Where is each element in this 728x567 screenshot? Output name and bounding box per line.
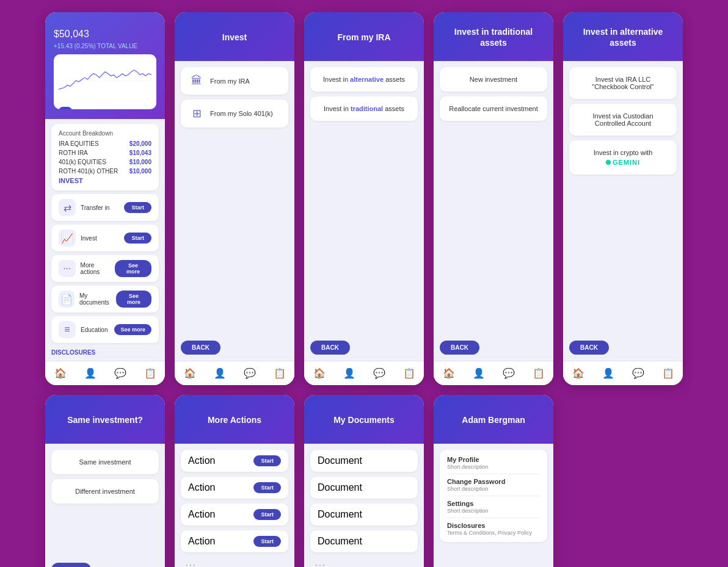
filter-1y[interactable]: 1Y [123,107,136,109]
change-password-item[interactable]: Change Password Short description [447,478,540,492]
my-documents-title: My Documents [333,414,395,425]
action-row-4: Action Start [181,530,288,552]
action-start-4[interactable]: Start [253,536,281,547]
document-row-4[interactable]: Document [310,530,418,552]
new-investment-item[interactable]: New investment [440,67,547,92]
different-investment-item[interactable]: Different investment [51,479,159,504]
from-solo-401k-item[interactable]: ⊞ From my Solo 401(k) [181,99,288,128]
my-documents-dots: ··· [310,557,418,567]
from-ira-footer: 🏠 👤 💬 📋 [304,361,424,385]
grid-icon: ⊞ [189,107,204,120]
footer-docs-icon[interactable]: 📋 [270,366,289,380]
settings-item[interactable]: Settings Short description [447,500,540,514]
more-actions-icon: ··· [59,260,76,277]
footer-profile-icon[interactable]: 👤 [469,366,489,380]
action-row-2: Action Start [181,477,288,499]
document-label-1: Document [318,455,362,466]
from-ira-body: Invest in alternative assets Invest in t… [304,61,424,361]
bank-icon: 🏛 [189,74,204,87]
crypto-gemini-item[interactable]: Invest in crypto with GEMINI [569,140,677,175]
dashboard-body: Account Breakdown IRA EQUITIES$20,000 RO… [45,119,165,361]
same-investment-item[interactable]: Same investment [51,450,159,474]
footer-chat-icon[interactable]: 💬 [499,366,519,380]
footer-docs-icon[interactable]: 📋 [658,366,678,380]
reallocate-item[interactable]: Reallocate current investment [440,96,547,121]
chart-container: 1D 1W 1M 3M 1Y ALL Last Contribution $54… [54,54,156,109]
invest-traditional-header: Invest in traditional assets [434,12,553,61]
footer-home-icon[interactable]: 🏠 [180,366,200,380]
from-ira-header: From my IRA [304,12,424,61]
invest-back-button[interactable]: BACK [181,341,220,355]
total-value-change: +15.43 (0.25%) TOTAL VALUE [54,43,156,49]
more-actions-card: More Actions Action Start Action Start A… [175,395,294,567]
dashboard-header: $50,043 +15.43 (0.25%) TOTAL VALUE 1D 1W… [45,12,165,119]
footer-home-icon[interactable]: 🏠 [310,366,329,380]
more-actions-row: ··· More actions See more [51,255,159,282]
action-label-2: Action [188,482,215,493]
same-investment-header: Same investment? [45,395,165,444]
action-start-2[interactable]: Start [253,482,281,493]
filter-1m[interactable]: 1M [91,107,105,109]
disclosures-link[interactable]: DISCLOSURES [51,349,159,356]
invest-alternative-item[interactable]: Invest in alternative assets [310,67,418,92]
app-grid: $50,043 +15.43 (0.25%) TOTAL VALUE 1D 1W… [45,12,683,567]
adam-bergman-title: Adam Bergman [462,414,525,425]
my-documents-body: Document Document Document Document ··· [304,444,424,567]
my-profile-item[interactable]: My Profile Short description [447,456,540,470]
footer-home-icon[interactable]: 🏠 [569,366,588,380]
invest-button[interactable]: Start [124,233,151,244]
disclosures-item[interactable]: Disclosures Terms & Conditions, Privacy … [447,522,540,536]
my-documents-icon: 📄 [59,291,75,308]
my-documents-button[interactable]: See more [116,291,151,308]
filter-1w[interactable]: 1W [75,107,89,109]
footer-docs-icon[interactable]: 📋 [399,366,419,380]
invest-alternative-footer: 🏠 👤 💬 📋 [563,361,683,385]
footer-home-icon[interactable]: 🏠 [51,366,70,380]
footer-chat-icon[interactable]: 💬 [111,366,130,380]
action-start-1[interactable]: Start [253,455,281,466]
education-button[interactable]: See more [114,324,151,335]
divider-2 [447,496,540,496]
document-row-3[interactable]: Document [310,504,418,525]
footer-chat-icon[interactable]: 💬 [240,366,260,380]
breakdown-401k: 401(k) EQUITIES$10,000 [59,159,151,165]
education-label: Education [81,327,107,333]
time-filter-group: 1D 1W 1M 3M 1Y ALL [59,107,151,109]
from-ira-back-button[interactable]: BACK [310,341,350,355]
gemini-logo: GEMINI [606,159,640,166]
filter-all[interactable]: ALL [139,107,155,109]
footer-profile-icon[interactable]: 👤 [210,366,230,380]
same-investment-back-button[interactable]: BACK [51,563,91,567]
action-label-1: Action [188,455,215,466]
invest-alternative-body: Invest via IRA LLC "Checkbook Control" I… [563,61,683,361]
action-start-3[interactable]: Start [253,509,281,520]
transfer-in-button[interactable]: Start [124,202,151,213]
filter-3m[interactable]: 3M [107,107,122,109]
invest-traditional-item[interactable]: Invest in traditional assets [310,96,418,121]
invest-row: 📈 Invest Start [51,225,159,251]
document-row-2[interactable]: Document [310,477,418,499]
invest-link[interactable]: INVEST [59,177,151,184]
action-label-4: Action [188,536,215,547]
footer-docs-icon[interactable]: 📋 [529,366,548,380]
document-row-1[interactable]: Document [310,450,418,472]
invest-alternative-card: Invest in alternative assets Invest via … [563,12,683,385]
footer-docs-icon[interactable]: 📋 [140,366,160,380]
footer-profile-icon[interactable]: 👤 [599,366,618,380]
ira-llc-item[interactable]: Invest via IRA LLC "Checkbook Control" [569,67,677,99]
custodian-item[interactable]: Invest via Custodian Controlled Account [569,104,677,135]
footer-chat-icon[interactable]: 💬 [369,366,389,380]
from-ira-item[interactable]: 🏛 From my IRA [181,67,288,95]
invest-alternative-back-button[interactable]: BACK [569,341,609,355]
footer-profile-icon[interactable]: 👤 [81,366,100,380]
transfer-in-row: ⇄ Transfer in Start [51,194,159,221]
from-ira-title: From my IRA [337,32,390,43]
invest-traditional-back-button[interactable]: BACK [440,341,479,355]
invest-title: Invest [222,32,247,43]
footer-home-icon[interactable]: 🏠 [439,366,459,380]
from-ira-card: From my IRA Invest in alternative assets… [304,12,424,385]
footer-chat-icon[interactable]: 💬 [628,366,648,380]
filter-1d[interactable]: 1D [59,107,72,109]
more-actions-button[interactable]: See more [115,260,151,277]
footer-profile-icon[interactable]: 👤 [340,366,359,380]
